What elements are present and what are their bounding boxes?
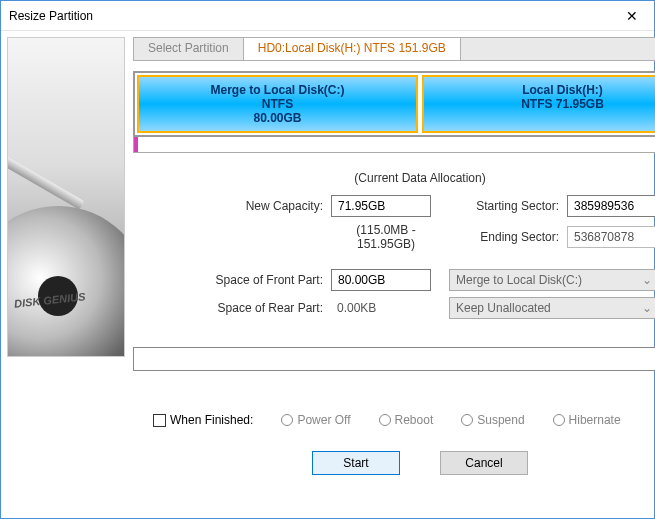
close-button[interactable]: ✕ <box>609 1 654 31</box>
disk-arm-graphic <box>7 156 84 210</box>
front-part-combo[interactable]: Merge to Local Disk(C:) ⌄ <box>449 269 655 291</box>
radio-icon <box>461 414 473 426</box>
main-panel: Select Partition HD0:Local Disk(H:) NTFS… <box>131 31 655 518</box>
checkbox-icon <box>153 414 166 427</box>
partition-resize-slider[interactable] <box>133 137 655 153</box>
partition-line2: NTFS <box>143 97 412 111</box>
resize-partition-window: Resize Partition ✕ DISK GENIUS Select Pa… <box>0 0 655 519</box>
rear-part-input <box>331 297 431 319</box>
rear-part-combo[interactable]: Keep Unallocated ⌄ <box>449 297 655 319</box>
content: DISK GENIUS Select Partition HD0:Local D… <box>1 31 654 518</box>
start-button[interactable]: Start <box>312 451 400 475</box>
cancel-button[interactable]: Cancel <box>440 451 528 475</box>
radio-suspend[interactable]: Suspend <box>461 413 524 427</box>
window-title: Resize Partition <box>9 9 93 23</box>
new-capacity-input[interactable] <box>331 195 431 217</box>
radio-icon <box>553 414 565 426</box>
chevron-down-icon: ⌄ <box>642 301 652 315</box>
space-grid: Space of Front Part: Merge to Local Disk… <box>193 269 655 319</box>
button-row: Start Cancel <box>133 451 655 475</box>
capacity-range-hint: (115.0MB - 151.95GB) <box>331 223 441 251</box>
when-finished-checkbox[interactable]: When Finished: <box>153 413 253 427</box>
partition-line1: Merge to Local Disk(C:) <box>210 83 344 97</box>
tab-bar: Select Partition HD0:Local Disk(H:) NTFS… <box>133 37 655 61</box>
front-part-combo-value: Merge to Local Disk(C:) <box>456 273 582 287</box>
rear-part-label: Space of Rear Part: <box>193 301 323 315</box>
progress-area <box>133 347 655 371</box>
new-capacity-label: New Capacity: <box>193 199 323 213</box>
when-finished-label: When Finished: <box>170 413 253 427</box>
when-finished-row: When Finished: Power Off Reboot Suspend … <box>153 413 655 427</box>
tab-select-partition[interactable]: Select Partition <box>134 38 244 60</box>
radio-poweroff[interactable]: Power Off <box>281 413 350 427</box>
partition-box-local-h[interactable]: Local Disk(H:) NTFS 71.95GB <box>422 75 655 133</box>
capacity-grid: New Capacity: Starting Sector: (115.0MB … <box>193 195 655 251</box>
partition-line2: NTFS 71.95GB <box>428 97 655 111</box>
sidebar: DISK GENIUS <box>1 31 131 518</box>
partition-line1: Local Disk(H:) <box>522 83 603 97</box>
chevron-down-icon: ⌄ <box>642 273 652 287</box>
starting-sector-input[interactable] <box>567 195 655 217</box>
radio-reboot[interactable]: Reboot <box>379 413 434 427</box>
front-part-label: Space of Front Part: <box>193 273 323 287</box>
progress-bar <box>133 347 655 371</box>
starting-sector-label: Starting Sector: <box>449 199 559 213</box>
radio-hibernate[interactable]: Hibernate <box>553 413 621 427</box>
rear-part-combo-value: Keep Unallocated <box>456 301 551 315</box>
partition-line3: 80.00GB <box>143 111 412 125</box>
tab-active-disk[interactable]: HD0:Local Disk(H:) NTFS 151.9GB <box>244 38 461 60</box>
ending-sector-label: Ending Sector: <box>449 230 559 244</box>
radio-icon <box>281 414 293 426</box>
partition-box-merge-c[interactable]: Merge to Local Disk(C:) NTFS 80.00GB <box>137 75 418 133</box>
ending-sector-input[interactable] <box>567 226 655 248</box>
allocation-caption: (Current Data Allocation) <box>133 171 655 185</box>
titlebar: Resize Partition ✕ <box>1 1 654 31</box>
radio-icon <box>379 414 391 426</box>
sidebar-image: DISK GENIUS <box>7 37 125 357</box>
partition-map[interactable]: Merge to Local Disk(C:) NTFS 80.00GB Loc… <box>133 71 655 137</box>
front-part-input[interactable] <box>331 269 431 291</box>
